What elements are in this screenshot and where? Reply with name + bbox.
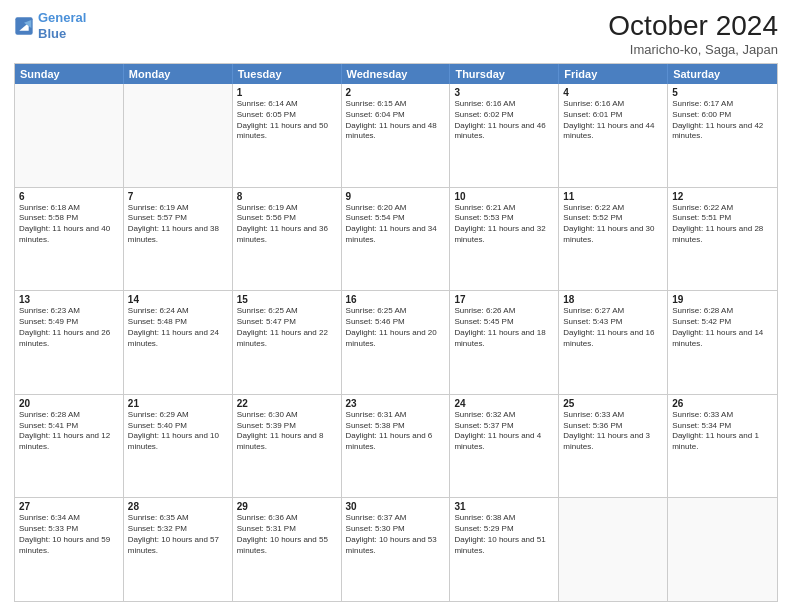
calendar-cell: 11Sunrise: 6:22 AMSunset: 5:52 PMDayligh…	[559, 188, 668, 291]
calendar-row-4: 27Sunrise: 6:34 AMSunset: 5:33 PMDayligh…	[15, 497, 777, 601]
sunset-line: Sunset: 5:41 PM	[19, 421, 119, 432]
logo-text: General Blue	[38, 10, 86, 41]
day-number: 23	[346, 398, 446, 409]
daylight-line: Daylight: 11 hours and 40 minutes.	[19, 224, 119, 246]
daylight-line: Daylight: 10 hours and 53 minutes.	[346, 535, 446, 557]
sunset-line: Sunset: 5:29 PM	[454, 524, 554, 535]
day-number: 26	[672, 398, 773, 409]
sunset-line: Sunset: 5:47 PM	[237, 317, 337, 328]
sunset-line: Sunset: 5:52 PM	[563, 213, 663, 224]
day-number: 19	[672, 294, 773, 305]
calendar-cell	[668, 498, 777, 601]
sunset-line: Sunset: 5:46 PM	[346, 317, 446, 328]
day-number: 11	[563, 191, 663, 202]
sunrise-line: Sunrise: 6:24 AM	[128, 306, 228, 317]
sunrise-line: Sunrise: 6:32 AM	[454, 410, 554, 421]
sunset-line: Sunset: 5:48 PM	[128, 317, 228, 328]
header-monday: Monday	[124, 64, 233, 84]
sunrise-line: Sunrise: 6:19 AM	[128, 203, 228, 214]
daylight-line: Daylight: 11 hours and 48 minutes.	[346, 121, 446, 143]
day-number: 31	[454, 501, 554, 512]
day-number: 3	[454, 87, 554, 98]
sunset-line: Sunset: 5:53 PM	[454, 213, 554, 224]
daylight-line: Daylight: 11 hours and 24 minutes.	[128, 328, 228, 350]
calendar-cell: 3Sunrise: 6:16 AMSunset: 6:02 PMDaylight…	[450, 84, 559, 187]
sunset-line: Sunset: 6:01 PM	[563, 110, 663, 121]
header-sunday: Sunday	[15, 64, 124, 84]
daylight-line: Daylight: 11 hours and 22 minutes.	[237, 328, 337, 350]
day-number: 1	[237, 87, 337, 98]
calendar-cell: 1Sunrise: 6:14 AMSunset: 6:05 PMDaylight…	[233, 84, 342, 187]
day-number: 2	[346, 87, 446, 98]
day-number: 21	[128, 398, 228, 409]
day-number: 7	[128, 191, 228, 202]
day-number: 20	[19, 398, 119, 409]
calendar-cell	[559, 498, 668, 601]
calendar-cell: 31Sunrise: 6:38 AMSunset: 5:29 PMDayligh…	[450, 498, 559, 601]
calendar-cell: 5Sunrise: 6:17 AMSunset: 6:00 PMDaylight…	[668, 84, 777, 187]
sunrise-line: Sunrise: 6:17 AM	[672, 99, 773, 110]
calendar-cell: 2Sunrise: 6:15 AMSunset: 6:04 PMDaylight…	[342, 84, 451, 187]
calendar-cell: 17Sunrise: 6:26 AMSunset: 5:45 PMDayligh…	[450, 291, 559, 394]
calendar-cell: 23Sunrise: 6:31 AMSunset: 5:38 PMDayligh…	[342, 395, 451, 498]
calendar-cell: 12Sunrise: 6:22 AMSunset: 5:51 PMDayligh…	[668, 188, 777, 291]
logo: General Blue	[14, 10, 86, 41]
sunrise-line: Sunrise: 6:14 AM	[237, 99, 337, 110]
day-number: 18	[563, 294, 663, 305]
calendar-cell: 9Sunrise: 6:20 AMSunset: 5:54 PMDaylight…	[342, 188, 451, 291]
calendar-cell: 4Sunrise: 6:16 AMSunset: 6:01 PMDaylight…	[559, 84, 668, 187]
sunrise-line: Sunrise: 6:16 AM	[563, 99, 663, 110]
calendar-cell: 21Sunrise: 6:29 AMSunset: 5:40 PMDayligh…	[124, 395, 233, 498]
day-number: 14	[128, 294, 228, 305]
day-number: 22	[237, 398, 337, 409]
sunrise-line: Sunrise: 6:29 AM	[128, 410, 228, 421]
page: General Blue October 2024 Imaricho-ko, S…	[0, 0, 792, 612]
sunset-line: Sunset: 5:34 PM	[672, 421, 773, 432]
sunrise-line: Sunrise: 6:33 AM	[563, 410, 663, 421]
sunrise-line: Sunrise: 6:28 AM	[19, 410, 119, 421]
daylight-line: Daylight: 10 hours and 59 minutes.	[19, 535, 119, 557]
sunset-line: Sunset: 5:39 PM	[237, 421, 337, 432]
daylight-line: Daylight: 10 hours and 57 minutes.	[128, 535, 228, 557]
daylight-line: Daylight: 11 hours and 14 minutes.	[672, 328, 773, 350]
sunrise-line: Sunrise: 6:25 AM	[346, 306, 446, 317]
day-number: 9	[346, 191, 446, 202]
day-number: 28	[128, 501, 228, 512]
sunrise-line: Sunrise: 6:15 AM	[346, 99, 446, 110]
sunrise-line: Sunrise: 6:28 AM	[672, 306, 773, 317]
sunrise-line: Sunrise: 6:22 AM	[563, 203, 663, 214]
daylight-line: Daylight: 11 hours and 26 minutes.	[19, 328, 119, 350]
calendar-row-2: 13Sunrise: 6:23 AMSunset: 5:49 PMDayligh…	[15, 290, 777, 394]
sunrise-line: Sunrise: 6:26 AM	[454, 306, 554, 317]
daylight-line: Daylight: 11 hours and 42 minutes.	[672, 121, 773, 143]
sunset-line: Sunset: 5:49 PM	[19, 317, 119, 328]
sunset-line: Sunset: 5:43 PM	[563, 317, 663, 328]
calendar-header: Sunday Monday Tuesday Wednesday Thursday…	[15, 64, 777, 84]
calendar-cell	[15, 84, 124, 187]
daylight-line: Daylight: 11 hours and 38 minutes.	[128, 224, 228, 246]
calendar-cell: 10Sunrise: 6:21 AMSunset: 5:53 PMDayligh…	[450, 188, 559, 291]
daylight-line: Daylight: 11 hours and 44 minutes.	[563, 121, 663, 143]
sunset-line: Sunset: 6:00 PM	[672, 110, 773, 121]
title-area: October 2024 Imaricho-ko, Saga, Japan	[608, 10, 778, 57]
calendar-cell: 27Sunrise: 6:34 AMSunset: 5:33 PMDayligh…	[15, 498, 124, 601]
daylight-line: Daylight: 11 hours and 32 minutes.	[454, 224, 554, 246]
sunrise-line: Sunrise: 6:21 AM	[454, 203, 554, 214]
sunrise-line: Sunrise: 6:23 AM	[19, 306, 119, 317]
day-number: 24	[454, 398, 554, 409]
calendar-cell: 20Sunrise: 6:28 AMSunset: 5:41 PMDayligh…	[15, 395, 124, 498]
day-number: 12	[672, 191, 773, 202]
sunrise-line: Sunrise: 6:30 AM	[237, 410, 337, 421]
calendar-cell: 22Sunrise: 6:30 AMSunset: 5:39 PMDayligh…	[233, 395, 342, 498]
daylight-line: Daylight: 11 hours and 10 minutes.	[128, 431, 228, 453]
sunset-line: Sunset: 5:33 PM	[19, 524, 119, 535]
sunrise-line: Sunrise: 6:27 AM	[563, 306, 663, 317]
sunset-line: Sunset: 5:38 PM	[346, 421, 446, 432]
day-number: 8	[237, 191, 337, 202]
sunset-line: Sunset: 5:40 PM	[128, 421, 228, 432]
daylight-line: Daylight: 11 hours and 30 minutes.	[563, 224, 663, 246]
sunset-line: Sunset: 6:05 PM	[237, 110, 337, 121]
calendar-cell: 16Sunrise: 6:25 AMSunset: 5:46 PMDayligh…	[342, 291, 451, 394]
sunrise-line: Sunrise: 6:20 AM	[346, 203, 446, 214]
calendar-cell: 19Sunrise: 6:28 AMSunset: 5:42 PMDayligh…	[668, 291, 777, 394]
